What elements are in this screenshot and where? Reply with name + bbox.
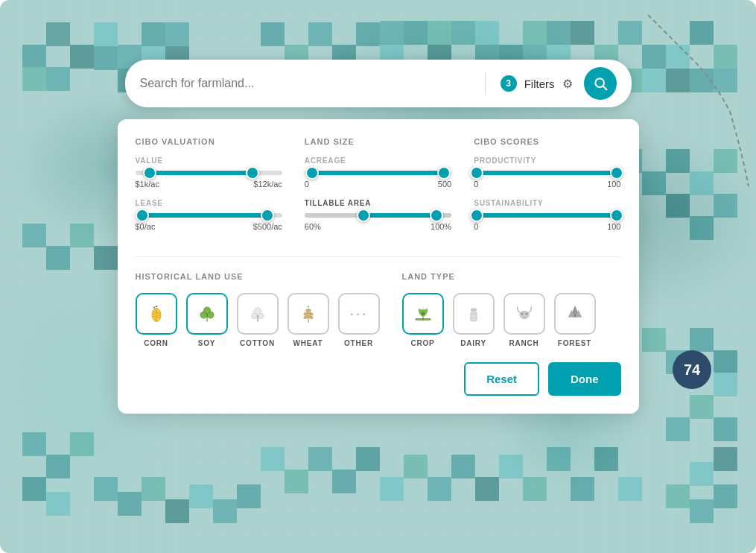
svg-rect-81 <box>332 470 356 493</box>
soy-label: SOY <box>198 339 216 347</box>
search-input[interactable] <box>140 77 470 90</box>
svg-rect-54 <box>46 455 70 478</box>
svg-rect-42 <box>666 69 690 92</box>
wheat-icon-box[interactable] <box>288 293 329 335</box>
forest-icon-box[interactable] <box>554 293 596 335</box>
land-type-section: LAND TYPE CROP <box>402 272 621 347</box>
value-slider-group: VALUE $1k/ac $12k/ac <box>136 157 282 189</box>
other-icon-box[interactable]: ··· <box>338 293 380 335</box>
sustainability-slider-group: SUSTAINABILITY 0 100 <box>474 199 620 231</box>
map-cluster-badge[interactable]: 74 <box>673 350 711 389</box>
tillable-slider-group: TILLABLE AREA 60% 100% <box>305 199 451 231</box>
historical-land-use-section: HISTORICAL LAND USE <box>136 272 380 347</box>
svg-rect-11 <box>142 22 165 46</box>
productivity-slider-values: 0 100 <box>474 180 620 189</box>
svg-point-113 <box>251 313 257 319</box>
svg-rect-53 <box>22 432 46 456</box>
svg-rect-57 <box>46 492 70 516</box>
reset-button[interactable]: Reset <box>464 362 539 396</box>
svg-rect-25 <box>451 21 475 45</box>
crop-icon-box[interactable] <box>402 293 444 335</box>
cibo-valuation-title: CIBO VALUATION <box>136 137 282 146</box>
acreage-min: 0 <box>305 180 309 189</box>
svg-rect-29 <box>523 21 547 45</box>
svg-rect-5 <box>46 67 70 91</box>
land-use-corn[interactable]: CORN <box>136 293 177 347</box>
value-slider-track[interactable] <box>136 171 282 175</box>
svg-rect-67 <box>690 328 714 352</box>
filter-sliders-icon[interactable]: ⚙ <box>562 77 573 91</box>
cotton-label: COTTON <box>240 339 275 347</box>
svg-rect-38 <box>690 21 714 45</box>
tillable-slider-thumb-left[interactable] <box>357 209 370 222</box>
svg-rect-95 <box>46 246 70 270</box>
panel-bottom-row: HISTORICAL LAND USE <box>136 272 621 347</box>
svg-rect-90 <box>547 447 571 471</box>
svg-rect-21 <box>380 21 404 45</box>
cotton-icon-box[interactable] <box>237 293 279 335</box>
svg-rect-91 <box>571 477 594 501</box>
svg-point-128 <box>520 311 529 319</box>
search-button[interactable] <box>584 67 617 100</box>
tillable-slider-fill <box>363 213 437 218</box>
svg-point-121 <box>305 309 311 312</box>
svg-rect-69 <box>714 373 737 396</box>
svg-rect-127 <box>471 309 476 311</box>
land-type-ranch[interactable]: RANCH <box>504 293 545 347</box>
ranch-icon-box[interactable] <box>504 293 545 335</box>
svg-rect-23 <box>428 21 451 45</box>
land-use-other[interactable]: ··· OTHER <box>338 293 380 347</box>
acreage-slider-fill <box>312 171 445 175</box>
done-button[interactable]: Done <box>548 362 621 396</box>
sustainability-slider-thumb-left[interactable] <box>470 209 483 222</box>
tillable-slider-track[interactable] <box>305 213 451 218</box>
land-type-crop[interactable]: CROP <box>402 293 444 347</box>
land-use-wheat[interactable]: WHEAT <box>288 293 329 347</box>
svg-rect-96 <box>70 224 94 247</box>
productivity-slider-group: PRODUCTIVITY 0 100 <box>474 157 620 189</box>
svg-rect-94 <box>22 224 46 247</box>
land-type-icon-grid: CROP DAIRY <box>402 293 621 347</box>
svg-rect-89 <box>523 477 547 501</box>
svg-rect-56 <box>22 477 46 501</box>
dairy-icon <box>463 303 484 324</box>
other-label: OTHER <box>344 339 373 347</box>
tillable-slider-thumb-right[interactable] <box>430 209 443 222</box>
acreage-slider-thumb-left[interactable] <box>305 166 319 180</box>
svg-rect-37 <box>666 45 690 69</box>
svg-rect-52 <box>666 194 690 218</box>
land-type-dairy[interactable]: DAIRY <box>453 293 495 347</box>
lease-slider-values: $0/ac $500/ac <box>136 222 282 231</box>
svg-rect-72 <box>714 417 737 441</box>
value-slider-label: VALUE <box>136 157 282 165</box>
lease-slider-group: LEASE $0/ac $500/ac <box>136 199 282 231</box>
land-use-soy[interactable]: SOY <box>186 293 228 347</box>
lease-slider-thumb-left[interactable] <box>136 209 149 222</box>
value-slider-thumb-left[interactable] <box>143 166 156 180</box>
sustainability-slider-track[interactable] <box>474 213 620 218</box>
svg-rect-82 <box>356 447 380 471</box>
svg-rect-64 <box>237 484 261 508</box>
svg-rect-50 <box>714 194 737 218</box>
corn-icon-box[interactable] <box>136 293 177 335</box>
svg-rect-80 <box>308 447 332 471</box>
soy-icon-box[interactable] <box>186 293 228 335</box>
productivity-slider-track[interactable] <box>474 171 620 175</box>
lease-slider-thumb-right[interactable] <box>261 209 274 222</box>
dairy-icon-box[interactable] <box>453 293 495 335</box>
acreage-slider-track[interactable] <box>305 171 451 175</box>
acreage-slider-thumb-right[interactable] <box>437 166 451 180</box>
svg-rect-19 <box>356 22 380 46</box>
sustainability-slider-thumb-right[interactable] <box>610 209 623 222</box>
sustainability-slider-label: SUSTAINABILITY <box>474 199 620 207</box>
productivity-slider-thumb-right[interactable] <box>610 166 623 180</box>
land-type-forest[interactable]: FOREST <box>554 293 596 347</box>
productivity-slider-thumb-left[interactable] <box>470 166 483 180</box>
value-slider-thumb-right[interactable] <box>246 166 259 180</box>
search-icon <box>593 76 608 91</box>
land-use-cotton[interactable]: COTTON <box>237 293 279 347</box>
svg-point-131 <box>521 313 523 315</box>
svg-rect-83 <box>380 477 404 501</box>
lease-slider-track[interactable] <box>136 213 282 218</box>
filters-area[interactable]: 3 Filters ⚙ <box>501 75 573 92</box>
